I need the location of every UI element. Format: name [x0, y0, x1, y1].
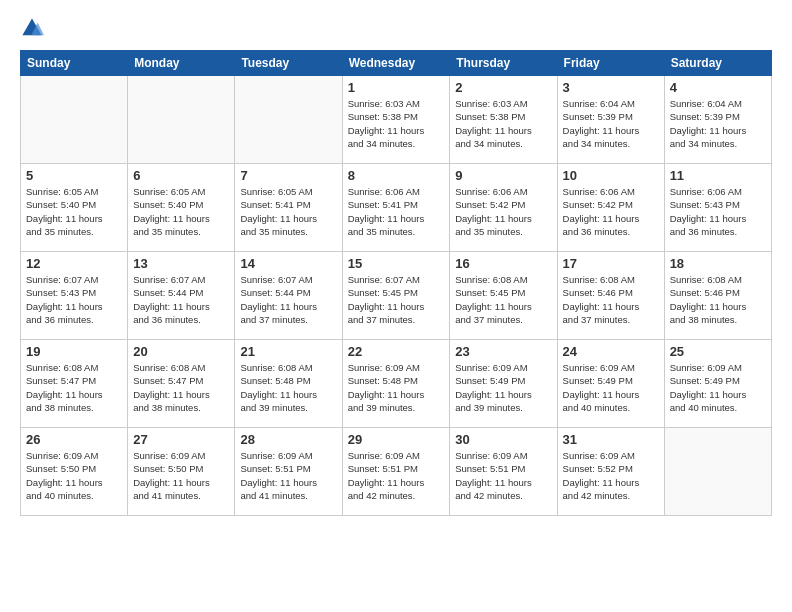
- day-info: Sunrise: 6:08 AM Sunset: 5:46 PM Dayligh…: [563, 273, 659, 326]
- day-number: 23: [455, 344, 551, 359]
- day-number: 20: [133, 344, 229, 359]
- week-row-3: 12Sunrise: 6:07 AM Sunset: 5:43 PM Dayli…: [21, 252, 772, 340]
- day-info: Sunrise: 6:05 AM Sunset: 5:40 PM Dayligh…: [133, 185, 229, 238]
- day-info: Sunrise: 6:06 AM Sunset: 5:43 PM Dayligh…: [670, 185, 766, 238]
- day-number: 19: [26, 344, 122, 359]
- day-info: Sunrise: 6:09 AM Sunset: 5:50 PM Dayligh…: [133, 449, 229, 502]
- day-cell-11: 11Sunrise: 6:06 AM Sunset: 5:43 PM Dayli…: [664, 164, 771, 252]
- weekday-header-saturday: Saturday: [664, 51, 771, 76]
- day-number: 25: [670, 344, 766, 359]
- empty-cell: [235, 76, 342, 164]
- day-cell-2: 2Sunrise: 6:03 AM Sunset: 5:38 PM Daylig…: [450, 76, 557, 164]
- day-number: 28: [240, 432, 336, 447]
- day-info: Sunrise: 6:03 AM Sunset: 5:38 PM Dayligh…: [455, 97, 551, 150]
- day-number: 24: [563, 344, 659, 359]
- day-info: Sunrise: 6:07 AM Sunset: 5:43 PM Dayligh…: [26, 273, 122, 326]
- day-number: 16: [455, 256, 551, 271]
- day-number: 15: [348, 256, 445, 271]
- week-row-5: 26Sunrise: 6:09 AM Sunset: 5:50 PM Dayli…: [21, 428, 772, 516]
- day-info: Sunrise: 6:04 AM Sunset: 5:39 PM Dayligh…: [670, 97, 766, 150]
- day-info: Sunrise: 6:06 AM Sunset: 5:42 PM Dayligh…: [563, 185, 659, 238]
- weekday-header-monday: Monday: [128, 51, 235, 76]
- day-number: 30: [455, 432, 551, 447]
- day-number: 6: [133, 168, 229, 183]
- day-cell-14: 14Sunrise: 6:07 AM Sunset: 5:44 PM Dayli…: [235, 252, 342, 340]
- day-info: Sunrise: 6:09 AM Sunset: 5:49 PM Dayligh…: [455, 361, 551, 414]
- day-cell-24: 24Sunrise: 6:09 AM Sunset: 5:49 PM Dayli…: [557, 340, 664, 428]
- day-cell-3: 3Sunrise: 6:04 AM Sunset: 5:39 PM Daylig…: [557, 76, 664, 164]
- day-cell-23: 23Sunrise: 6:09 AM Sunset: 5:49 PM Dayli…: [450, 340, 557, 428]
- weekday-header-wednesday: Wednesday: [342, 51, 450, 76]
- day-info: Sunrise: 6:07 AM Sunset: 5:44 PM Dayligh…: [240, 273, 336, 326]
- day-info: Sunrise: 6:04 AM Sunset: 5:39 PM Dayligh…: [563, 97, 659, 150]
- day-info: Sunrise: 6:09 AM Sunset: 5:51 PM Dayligh…: [348, 449, 445, 502]
- day-info: Sunrise: 6:09 AM Sunset: 5:49 PM Dayligh…: [563, 361, 659, 414]
- empty-cell: [21, 76, 128, 164]
- day-cell-9: 9Sunrise: 6:06 AM Sunset: 5:42 PM Daylig…: [450, 164, 557, 252]
- day-info: Sunrise: 6:09 AM Sunset: 5:48 PM Dayligh…: [348, 361, 445, 414]
- day-info: Sunrise: 6:08 AM Sunset: 5:46 PM Dayligh…: [670, 273, 766, 326]
- logo: [20, 16, 48, 40]
- logo-icon: [20, 16, 44, 40]
- day-number: 12: [26, 256, 122, 271]
- weekday-header-thursday: Thursday: [450, 51, 557, 76]
- day-number: 22: [348, 344, 445, 359]
- day-cell-25: 25Sunrise: 6:09 AM Sunset: 5:49 PM Dayli…: [664, 340, 771, 428]
- day-cell-1: 1Sunrise: 6:03 AM Sunset: 5:38 PM Daylig…: [342, 76, 450, 164]
- day-number: 1: [348, 80, 445, 95]
- day-info: Sunrise: 6:06 AM Sunset: 5:42 PM Dayligh…: [455, 185, 551, 238]
- day-info: Sunrise: 6:08 AM Sunset: 5:45 PM Dayligh…: [455, 273, 551, 326]
- day-number: 2: [455, 80, 551, 95]
- day-cell-26: 26Sunrise: 6:09 AM Sunset: 5:50 PM Dayli…: [21, 428, 128, 516]
- day-info: Sunrise: 6:09 AM Sunset: 5:51 PM Dayligh…: [455, 449, 551, 502]
- day-cell-6: 6Sunrise: 6:05 AM Sunset: 5:40 PM Daylig…: [128, 164, 235, 252]
- week-row-1: 1Sunrise: 6:03 AM Sunset: 5:38 PM Daylig…: [21, 76, 772, 164]
- day-info: Sunrise: 6:06 AM Sunset: 5:41 PM Dayligh…: [348, 185, 445, 238]
- day-info: Sunrise: 6:03 AM Sunset: 5:38 PM Dayligh…: [348, 97, 445, 150]
- day-info: Sunrise: 6:08 AM Sunset: 5:47 PM Dayligh…: [133, 361, 229, 414]
- calendar-table: SundayMondayTuesdayWednesdayThursdayFrid…: [20, 50, 772, 516]
- day-info: Sunrise: 6:09 AM Sunset: 5:49 PM Dayligh…: [670, 361, 766, 414]
- day-cell-29: 29Sunrise: 6:09 AM Sunset: 5:51 PM Dayli…: [342, 428, 450, 516]
- day-number: 5: [26, 168, 122, 183]
- day-number: 18: [670, 256, 766, 271]
- day-cell-27: 27Sunrise: 6:09 AM Sunset: 5:50 PM Dayli…: [128, 428, 235, 516]
- day-cell-19: 19Sunrise: 6:08 AM Sunset: 5:47 PM Dayli…: [21, 340, 128, 428]
- day-cell-20: 20Sunrise: 6:08 AM Sunset: 5:47 PM Dayli…: [128, 340, 235, 428]
- day-cell-8: 8Sunrise: 6:06 AM Sunset: 5:41 PM Daylig…: [342, 164, 450, 252]
- day-cell-13: 13Sunrise: 6:07 AM Sunset: 5:44 PM Dayli…: [128, 252, 235, 340]
- day-number: 9: [455, 168, 551, 183]
- day-info: Sunrise: 6:09 AM Sunset: 5:51 PM Dayligh…: [240, 449, 336, 502]
- day-cell-10: 10Sunrise: 6:06 AM Sunset: 5:42 PM Dayli…: [557, 164, 664, 252]
- day-number: 21: [240, 344, 336, 359]
- day-info: Sunrise: 6:05 AM Sunset: 5:41 PM Dayligh…: [240, 185, 336, 238]
- day-number: 31: [563, 432, 659, 447]
- day-number: 13: [133, 256, 229, 271]
- weekday-header-friday: Friday: [557, 51, 664, 76]
- day-cell-28: 28Sunrise: 6:09 AM Sunset: 5:51 PM Dayli…: [235, 428, 342, 516]
- week-row-4: 19Sunrise: 6:08 AM Sunset: 5:47 PM Dayli…: [21, 340, 772, 428]
- day-cell-5: 5Sunrise: 6:05 AM Sunset: 5:40 PM Daylig…: [21, 164, 128, 252]
- weekday-header-tuesday: Tuesday: [235, 51, 342, 76]
- day-number: 4: [670, 80, 766, 95]
- day-number: 8: [348, 168, 445, 183]
- weekday-header-row: SundayMondayTuesdayWednesdayThursdayFrid…: [21, 51, 772, 76]
- day-info: Sunrise: 6:09 AM Sunset: 5:50 PM Dayligh…: [26, 449, 122, 502]
- day-cell-31: 31Sunrise: 6:09 AM Sunset: 5:52 PM Dayli…: [557, 428, 664, 516]
- day-number: 14: [240, 256, 336, 271]
- day-info: Sunrise: 6:07 AM Sunset: 5:44 PM Dayligh…: [133, 273, 229, 326]
- day-cell-7: 7Sunrise: 6:05 AM Sunset: 5:41 PM Daylig…: [235, 164, 342, 252]
- day-info: Sunrise: 6:07 AM Sunset: 5:45 PM Dayligh…: [348, 273, 445, 326]
- page: SundayMondayTuesdayWednesdayThursdayFrid…: [0, 0, 792, 536]
- day-number: 11: [670, 168, 766, 183]
- week-row-2: 5Sunrise: 6:05 AM Sunset: 5:40 PM Daylig…: [21, 164, 772, 252]
- day-cell-17: 17Sunrise: 6:08 AM Sunset: 5:46 PM Dayli…: [557, 252, 664, 340]
- day-cell-18: 18Sunrise: 6:08 AM Sunset: 5:46 PM Dayli…: [664, 252, 771, 340]
- empty-cell: [664, 428, 771, 516]
- day-cell-22: 22Sunrise: 6:09 AM Sunset: 5:48 PM Dayli…: [342, 340, 450, 428]
- day-number: 27: [133, 432, 229, 447]
- empty-cell: [128, 76, 235, 164]
- day-info: Sunrise: 6:08 AM Sunset: 5:47 PM Dayligh…: [26, 361, 122, 414]
- day-cell-12: 12Sunrise: 6:07 AM Sunset: 5:43 PM Dayli…: [21, 252, 128, 340]
- day-number: 17: [563, 256, 659, 271]
